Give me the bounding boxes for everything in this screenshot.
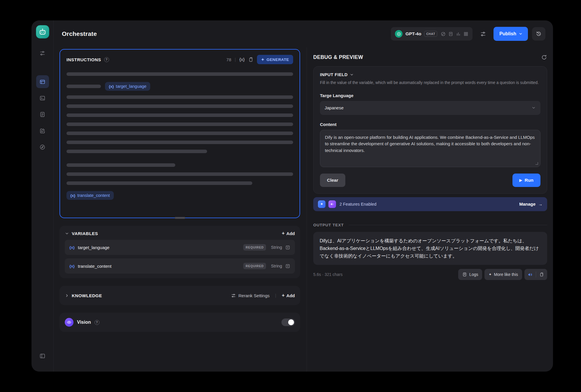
instructions-editor[interactable]: INSTRUCTIONS ? 78 | {x} ✦ GENERATE bbox=[60, 49, 300, 218]
rerank-settings-button[interactable]: Rerank Settings bbox=[231, 293, 270, 298]
run-button[interactable]: ▶ Run bbox=[512, 174, 540, 187]
debug-title: DEBUG & PREVIEW bbox=[313, 54, 363, 60]
generate-button[interactable]: ✦ GENERATE bbox=[257, 55, 293, 64]
plus-icon: + bbox=[282, 230, 285, 236]
chevron-down-icon[interactable] bbox=[65, 231, 69, 236]
knowledge-title: KNOWLEDGE bbox=[72, 293, 102, 298]
vision-eye-icon bbox=[65, 318, 74, 327]
params-equalizer-icon[interactable] bbox=[456, 32, 461, 36]
plus-icon: + bbox=[282, 293, 285, 298]
vision-toggle[interactable] bbox=[281, 318, 295, 326]
model-pill-icons bbox=[441, 32, 468, 36]
generate-label: GENERATE bbox=[267, 57, 289, 62]
input-field-card: INPUT FIELD Fill in the value of the var… bbox=[313, 66, 547, 194]
skeleton-line bbox=[66, 104, 293, 108]
sidebar-collapse-button[interactable] bbox=[36, 349, 49, 362]
output-text-title: OUTPUT TEXT bbox=[313, 223, 344, 227]
model-selector[interactable]: GPT-4o CHAT bbox=[391, 27, 473, 41]
context-doc-icon[interactable] bbox=[448, 32, 453, 36]
sidebar-item-orchestrate[interactable] bbox=[36, 75, 49, 88]
chevron-down-icon bbox=[531, 106, 536, 110]
output-divider bbox=[349, 225, 547, 225]
more-like-this-label: More like this bbox=[494, 272, 518, 277]
arrow-right-icon: → bbox=[538, 202, 542, 206]
skeleton-line bbox=[66, 172, 293, 176]
copy-output-button[interactable] bbox=[536, 269, 547, 280]
chevron-down-icon bbox=[350, 73, 354, 77]
target-language-select[interactable]: Japanese bbox=[320, 101, 540, 115]
speaker-play-button[interactable] bbox=[524, 269, 536, 280]
sidebar-item-console[interactable] bbox=[36, 92, 49, 104]
orchestrate-pane: INSTRUCTIONS ? 78 | {x} ✦ GENERATE bbox=[54, 47, 307, 372]
copy-prompt-icon[interactable] bbox=[248, 57, 253, 62]
resize-drag-handle[interactable] bbox=[175, 217, 185, 219]
variables-title: VARIABLES bbox=[72, 231, 98, 236]
skeleton-line bbox=[66, 85, 101, 88]
sidebar-item-logs[interactable] bbox=[36, 108, 49, 121]
chevron-right-icon[interactable] bbox=[65, 293, 69, 298]
completion-mode-icon[interactable] bbox=[441, 32, 446, 36]
sliders-icon bbox=[480, 31, 486, 37]
variable-row-target-language[interactable]: {x} target_language REQUIRED String bbox=[65, 240, 295, 255]
sidebar-settings-button[interactable] bbox=[36, 47, 49, 60]
output-actions-group bbox=[524, 269, 547, 280]
divider: | bbox=[275, 293, 276, 298]
input-field-description: Fill in the value of the variable, which… bbox=[320, 80, 540, 86]
skeleton-line bbox=[66, 95, 293, 99]
restart-conversation-icon[interactable] bbox=[541, 54, 547, 60]
model-mode-badge: CHAT bbox=[424, 31, 437, 37]
chip-label: target_language bbox=[116, 84, 146, 89]
char-count: 78 bbox=[226, 57, 231, 62]
chip-label: translate_content bbox=[77, 193, 110, 198]
prompt-skeleton: {x} target_language bbox=[66, 72, 293, 204]
add-variable-button[interactable]: + Add bbox=[282, 230, 295, 236]
more-like-this-feature-icon: ✦ bbox=[318, 200, 326, 208]
variable-name: target_language bbox=[78, 245, 109, 250]
instructions-help-icon[interactable]: ? bbox=[104, 57, 109, 62]
tune-icon bbox=[39, 50, 46, 56]
app-config-button[interactable] bbox=[477, 27, 489, 40]
add-knowledge-button[interactable]: + Add bbox=[282, 293, 295, 298]
document-list-icon bbox=[39, 111, 46, 118]
variable-glyph-icon: {x} bbox=[69, 245, 75, 250]
version-history-button[interactable] bbox=[532, 27, 545, 41]
compass-icon bbox=[39, 144, 46, 150]
skeleton-line bbox=[66, 113, 293, 117]
sidebar bbox=[32, 20, 54, 372]
vision-label: Vision bbox=[77, 320, 91, 325]
instructions-header: INSTRUCTIONS ? 78 | {x} ✦ GENERATE bbox=[66, 55, 293, 64]
app-avatar-robot-icon[interactable] bbox=[36, 25, 49, 38]
variable-type: String bbox=[271, 245, 282, 250]
more-like-this-button[interactable]: ✦ More like this bbox=[484, 269, 522, 280]
skeleton-line bbox=[66, 150, 207, 153]
manage-features-button[interactable]: Manage → bbox=[519, 202, 542, 206]
plugins-grid-icon[interactable] bbox=[463, 32, 468, 36]
output-text-bubble: Difyは、AIアプリケーションを構築するためのオープンソースプラットフォームで… bbox=[313, 232, 547, 265]
insert-variable-icon[interactable]: {x} bbox=[239, 57, 245, 62]
content-value: Dify is an open-source platform for buil… bbox=[325, 135, 535, 153]
variable-row-translate-content[interactable]: {x} translate_content REQUIRED String bbox=[65, 258, 295, 274]
input-field-collapse[interactable]: INPUT FIELD bbox=[320, 72, 540, 77]
features-bar: ✦ 2 Features Enabled Manage → bbox=[313, 197, 547, 211]
variables-section: VARIABLES + Add {x} target_language REQU… bbox=[60, 226, 300, 278]
logs-button[interactable]: Logs bbox=[458, 269, 482, 280]
variable-chip-translate-content[interactable]: {x} translate_content bbox=[66, 191, 114, 200]
features-enabled-label: 2 Features Enabled bbox=[340, 202, 377, 206]
resize-corner-icon[interactable] bbox=[536, 162, 538, 165]
content-textarea[interactable]: Dify is an open-source platform for buil… bbox=[320, 130, 540, 167]
publish-button[interactable]: Publish bbox=[494, 27, 528, 41]
sidebar-item-explore[interactable] bbox=[36, 141, 49, 153]
sidebar-item-annotation[interactable] bbox=[36, 124, 49, 137]
skeleton-line bbox=[66, 181, 252, 185]
variable-glyph-icon: {x} bbox=[70, 193, 75, 198]
clear-button[interactable]: Clear bbox=[320, 174, 345, 187]
instructions-title: INSTRUCTIONS bbox=[66, 57, 101, 62]
vision-help-icon[interactable]: ? bbox=[94, 320, 99, 325]
topbar: Orchestrate GPT-4o CHAT bbox=[54, 20, 553, 47]
string-type-icon bbox=[285, 245, 290, 250]
variable-chip-target-language[interactable]: {x} target_language bbox=[105, 82, 150, 91]
add-label: Add bbox=[286, 293, 295, 298]
text-to-speech-feature-icon bbox=[328, 200, 336, 208]
string-type-icon bbox=[285, 264, 290, 269]
skeleton-line bbox=[66, 163, 175, 167]
